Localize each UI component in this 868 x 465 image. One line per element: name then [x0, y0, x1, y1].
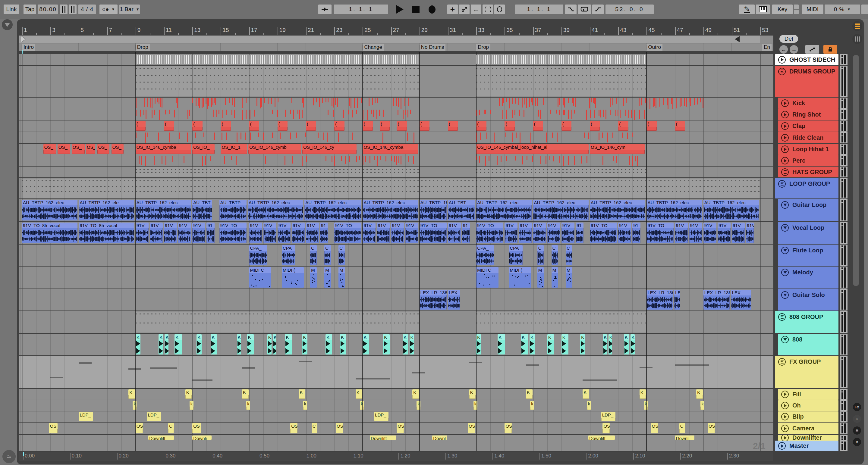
track-header-loop-group[interactable]: LOOP GROUP — [775, 178, 838, 198]
drum-hit[interactable] — [413, 133, 414, 143]
track-header-hats-group[interactable]: HATS GROUP — [778, 167, 838, 177]
drum-hit[interactable] — [375, 98, 375, 103]
drum-hit[interactable] — [563, 110, 564, 115]
drum-hit[interactable] — [205, 156, 206, 165]
clip[interactable]: C — [552, 245, 558, 265]
drum-hit[interactable] — [278, 98, 278, 102]
drum-hit[interactable] — [179, 133, 180, 139]
drum-hit[interactable] — [512, 110, 513, 118]
clip[interactable]: OS_IO_ — [192, 144, 214, 154]
drum-hit[interactable] — [305, 133, 306, 137]
drum-hit[interactable] — [299, 110, 300, 119]
tap-tempo-button[interactable]: Tap — [24, 4, 36, 14]
drum-hit[interactable] — [703, 98, 704, 108]
drum-hit[interactable] — [487, 133, 487, 139]
drum-hit[interactable] — [632, 133, 632, 137]
drum-hit[interactable] — [515, 156, 516, 161]
drum-hit[interactable] — [319, 98, 320, 107]
computer-midi-keyboard-button[interactable] — [756, 4, 770, 14]
clip[interactable]: k — [190, 401, 193, 410]
drum-hit[interactable] — [568, 110, 569, 119]
drum-hit[interactable] — [610, 98, 611, 107]
drum-hit[interactable] — [613, 98, 613, 105]
clip[interactable]: K — [609, 334, 612, 355]
drum-hit[interactable] — [370, 156, 370, 163]
clip[interactable]: 91 — [462, 223, 470, 243]
unfold-track-icon[interactable] — [781, 291, 789, 299]
drum-hit[interactable] — [697, 98, 698, 104]
clip[interactable]: LDP_ — [601, 412, 615, 421]
drum-hit[interactable] — [359, 156, 360, 160]
drum-hit[interactable] — [407, 133, 408, 141]
clip[interactable]: ( — [135, 121, 146, 131]
drum-hit[interactable] — [540, 110, 541, 119]
ghost-clip[interactable] — [363, 55, 418, 64]
track-header-kick[interactable]: Kick — [778, 98, 838, 109]
midi-overdub-button[interactable] — [459, 4, 470, 14]
clip[interactable]: LEX_LR_136_g — [704, 290, 730, 309]
drum-hit[interactable] — [284, 156, 285, 165]
clip[interactable]: OS — [49, 423, 58, 433]
drum-hit[interactable] — [479, 156, 480, 163]
clip[interactable]: K — [498, 334, 505, 355]
drum-hit[interactable] — [334, 156, 335, 166]
drum-hit[interactable] — [594, 110, 595, 118]
clip[interactable]: OS — [336, 423, 343, 433]
clip[interactable]: k — [360, 401, 364, 410]
drum-hit[interactable] — [337, 98, 338, 107]
clip[interactable]: 91V_TO_ — [590, 223, 617, 243]
drum-hit[interactable] — [629, 156, 630, 165]
drum-hit[interactable] — [225, 98, 226, 105]
drum-hit[interactable] — [271, 98, 272, 104]
play-button[interactable] — [393, 4, 407, 14]
drum-hit[interactable] — [246, 98, 247, 103]
drum-hit[interactable] — [285, 110, 286, 117]
drum-hit[interactable] — [676, 98, 677, 108]
clip[interactable]: OS_IO_1 — [221, 144, 247, 154]
drum-hit[interactable] — [571, 110, 572, 119]
clip[interactable]: CPA_ — [249, 245, 267, 265]
clip[interactable]: OS_IO_146_cymb — [248, 144, 301, 154]
quantize-menu[interactable]: 1 Bar▼ — [119, 4, 140, 14]
drum-hit[interactable] — [405, 110, 406, 115]
clip[interactable]: M — [338, 267, 345, 288]
drum-hit[interactable] — [509, 98, 510, 108]
drum-hit[interactable] — [231, 156, 232, 160]
drum-hit[interactable] — [552, 133, 553, 138]
drum-hit[interactable] — [173, 156, 173, 162]
drum-hit[interactable] — [158, 133, 159, 141]
clip[interactable]: K — [185, 389, 192, 399]
drum-hit[interactable] — [485, 156, 486, 166]
drum-hit[interactable] — [518, 98, 519, 105]
drum-hit[interactable] — [572, 98, 573, 103]
group-overview-clip[interactable] — [135, 66, 362, 96]
nudge-down-button[interactable] — [60, 4, 67, 14]
clip[interactable]: K — [469, 389, 476, 399]
clip[interactable]: ( — [363, 121, 373, 131]
track-header-clap[interactable]: Clap — [778, 121, 838, 132]
clip[interactable]: k — [644, 401, 648, 410]
drum-hit[interactable] — [352, 110, 353, 118]
clip[interactable]: 91V — [618, 223, 631, 243]
clip[interactable]: K — [412, 389, 419, 399]
drum-hit[interactable] — [626, 98, 627, 103]
drum-hit[interactable] — [403, 110, 404, 119]
clip[interactable]: C — [324, 245, 331, 265]
clip[interactable]: MIDI ( — [282, 267, 304, 288]
drum-hit[interactable] — [206, 98, 207, 104]
drum-hit[interactable] — [176, 98, 177, 103]
clip[interactable]: 91 — [320, 223, 328, 243]
drum-hit[interactable] — [232, 98, 233, 105]
clip[interactable]: OS — [192, 423, 201, 433]
clip[interactable]: 91V_TO_ — [476, 223, 503, 243]
drum-hit[interactable] — [625, 110, 626, 115]
drum-hit[interactable] — [318, 133, 318, 138]
track-header-master[interactable]: Master — [775, 441, 838, 451]
clip[interactable]: 91V — [704, 223, 716, 243]
clip[interactable]: K — [583, 389, 589, 399]
drum-hit[interactable] — [553, 156, 554, 161]
drum-hit[interactable] — [229, 98, 230, 103]
drum-hit[interactable] — [246, 110, 247, 119]
clip[interactable]: 91V_TO_85_vocal — [79, 223, 134, 243]
clip[interactable]: K — [273, 334, 276, 355]
